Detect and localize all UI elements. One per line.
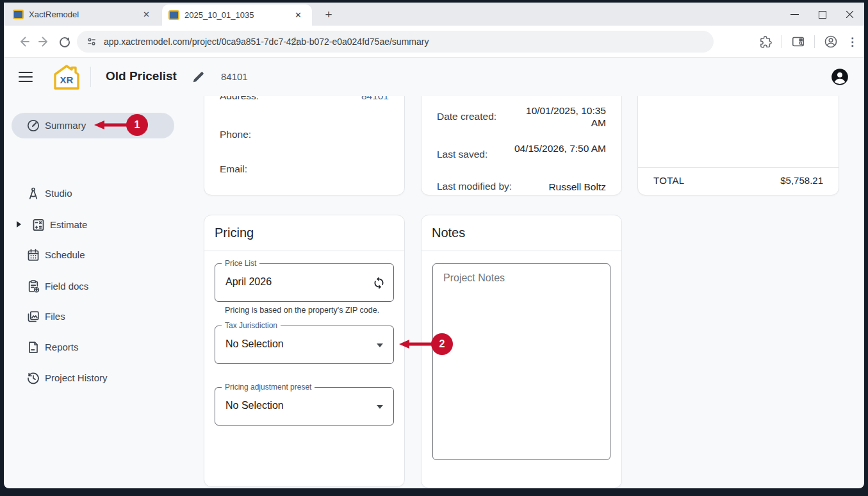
adjustment-preset-value: No Selection bbox=[225, 400, 284, 411]
project-title: Old Pricelist bbox=[106, 69, 177, 83]
gauge-icon bbox=[26, 119, 40, 133]
total-label: TOTAL bbox=[653, 175, 684, 186]
media-library-icon bbox=[26, 310, 40, 324]
pricing-divider bbox=[204, 251, 404, 251]
sidebar-item-schedule[interactable]: Schedule bbox=[4, 242, 183, 268]
new-tab-button[interactable]: + bbox=[320, 6, 337, 23]
sidebar-item-studio[interactable]: Studio bbox=[4, 181, 183, 206]
last-saved-value: 04/15/2026, 7:50 AM bbox=[510, 142, 606, 154]
header-divider bbox=[90, 67, 91, 87]
tab-project[interactable]: 2025_10_01_1035 ✕ bbox=[162, 4, 312, 26]
tab-close-icon[interactable]: ✕ bbox=[139, 8, 154, 21]
date-created-label: Date created: bbox=[437, 111, 496, 122]
edit-title-icon[interactable] bbox=[192, 70, 206, 84]
price-list-value: April 2026 bbox=[225, 276, 272, 288]
annotation-badge-2: 2 bbox=[431, 333, 453, 355]
annotation-arrow-1 bbox=[94, 120, 127, 130]
calendar-icon bbox=[26, 248, 40, 262]
tab-xactremodel[interactable]: XactRemodel ✕ bbox=[6, 3, 160, 26]
annotation-badge-1: 1 bbox=[126, 114, 148, 136]
sidebar-item-files[interactable]: Files bbox=[4, 304, 183, 329]
tab-strip: XactRemodel ✕ 2025_10_01_1035 ✕ + bbox=[4, 3, 864, 26]
last-modified-label: Last modified by: bbox=[437, 181, 512, 192]
sidebar-item-summary[interactable]: Summary bbox=[4, 113, 183, 138]
contact-card: Address: 84101 Phone: Email: bbox=[204, 96, 405, 195]
browser-window: XactRemodel ✕ 2025_10_01_1035 ✕ + app.xa… bbox=[0, 0, 868, 496]
menu-icon[interactable] bbox=[18, 69, 33, 85]
document-icon bbox=[26, 340, 40, 354]
sync-pricelist-icon[interactable] bbox=[372, 276, 386, 290]
address-label: Address: bbox=[220, 96, 259, 102]
site-settings-icon[interactable] bbox=[86, 36, 97, 47]
notes-title: Notes bbox=[432, 226, 465, 240]
browser-menu-icon[interactable]: ⋮ bbox=[847, 35, 858, 49]
tab-label: 2025_10_01_1035 bbox=[184, 10, 291, 20]
notes-divider bbox=[422, 251, 621, 251]
sidebar-nav: Summary Studio Estimate Schedule Field d… bbox=[4, 96, 192, 488]
address-value[interactable]: 84101 bbox=[361, 96, 389, 102]
xr-favicon-icon bbox=[168, 10, 179, 20]
reload-icon[interactable] bbox=[58, 35, 71, 48]
tax-jurisdiction-value: No Selection bbox=[225, 338, 284, 350]
pricing-helper-text: Pricing is based on the property's ZIP c… bbox=[225, 306, 379, 315]
side-panel-search-icon[interactable] bbox=[791, 35, 805, 49]
chevron-down-icon[interactable] bbox=[377, 343, 383, 347]
close-window-button[interactable] bbox=[846, 10, 854, 19]
compass-icon bbox=[26, 186, 40, 201]
date-created-value: 10/01/2025, 10:35 AM bbox=[510, 104, 606, 129]
clipboard-add-icon bbox=[26, 279, 40, 293]
price-list-label: Price List bbox=[222, 259, 259, 268]
last-modified-value: Russell Boltz bbox=[510, 181, 606, 193]
totals-card: TOTAL $5,758.21 bbox=[637, 96, 839, 195]
pricing-title: Pricing bbox=[215, 226, 254, 240]
bookmark-star-icon[interactable]: ☆ bbox=[290, 34, 300, 49]
annotation-arrow-2 bbox=[399, 339, 432, 349]
extensions-icon[interactable] bbox=[759, 35, 773, 49]
sidebar-item-field-docs[interactable]: Field docs bbox=[4, 274, 183, 299]
tax-jurisdiction-label: Tax Jurisdiction bbox=[222, 321, 281, 330]
adjustment-preset-label: Pricing adjustment preset bbox=[222, 383, 315, 392]
history-icon bbox=[26, 371, 40, 385]
project-notes-input[interactable] bbox=[432, 263, 610, 460]
chevron-down-icon[interactable] bbox=[377, 405, 383, 409]
last-saved-label: Last saved: bbox=[437, 149, 487, 160]
browser-toolbar: app.xactremodel.com/project/0ca9a851-7dc… bbox=[4, 26, 864, 58]
notes-card: Notes bbox=[421, 215, 622, 488]
sidebar-item-project-history[interactable]: Project History bbox=[4, 365, 183, 391]
toolbar-divider bbox=[814, 35, 815, 48]
maximize-button[interactable] bbox=[818, 10, 826, 19]
project-meta-card: Date created: 10/01/2025, 10:35 AM Last … bbox=[421, 96, 622, 195]
email-label: Email: bbox=[220, 163, 247, 175]
account-avatar-icon[interactable] bbox=[831, 68, 849, 86]
tab-close-icon[interactable]: ✕ bbox=[291, 9, 306, 21]
url-text: app.xactremodel.com/project/0ca9a851-7dc… bbox=[104, 37, 429, 47]
back-icon[interactable] bbox=[17, 35, 30, 48]
svg-text:XR: XR bbox=[60, 74, 74, 85]
sidebar-item-estimate[interactable]: Estimate bbox=[4, 212, 183, 238]
url-bar[interactable]: app.xactremodel.com/project/0ca9a851-7dc… bbox=[77, 31, 714, 53]
tax-jurisdiction-select[interactable]: Tax Jurisdiction No Selection bbox=[215, 326, 394, 364]
project-zip: 84101 bbox=[221, 71, 248, 82]
xr-favicon-icon bbox=[13, 10, 24, 19]
pricing-card: Pricing Price List April 2026 Pricing is… bbox=[204, 215, 405, 487]
forward-icon[interactable] bbox=[38, 35, 51, 48]
adjustment-preset-select[interactable]: Pricing adjustment preset No Selection bbox=[215, 387, 394, 426]
price-list-field[interactable]: Price List April 2026 bbox=[215, 263, 394, 302]
sidebar-item-reports[interactable]: Reports bbox=[4, 335, 183, 360]
total-value: $5,758.21 bbox=[780, 175, 823, 186]
window-controls bbox=[790, 3, 859, 26]
app-header: XR Old Pricelist 84101 bbox=[4, 58, 864, 96]
toolbar-divider bbox=[782, 35, 782, 48]
calculator-icon bbox=[31, 218, 45, 232]
xr-logo: XR bbox=[51, 64, 82, 91]
totals-divider bbox=[638, 167, 839, 168]
phone-label: Phone: bbox=[220, 129, 251, 140]
profile-icon[interactable] bbox=[824, 35, 838, 49]
summary-content: Address: 84101 Phone: Email: Date create… bbox=[192, 96, 864, 488]
tab-label: XactRemodel bbox=[29, 10, 139, 19]
expand-arrow-icon[interactable] bbox=[17, 221, 21, 227]
minimize-button[interactable] bbox=[790, 10, 799, 19]
